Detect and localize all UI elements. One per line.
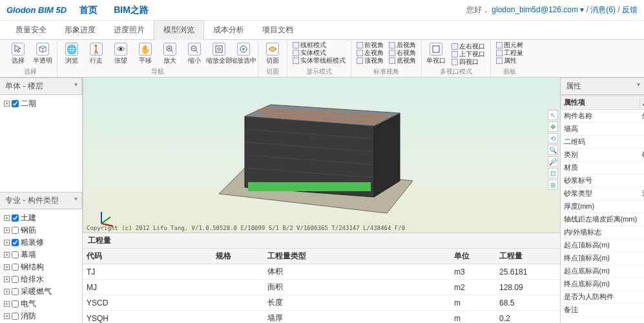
tree-item[interactable]: +给排水 xyxy=(4,273,78,286)
zoom-out-button[interactable]: 缩小 xyxy=(183,42,206,66)
tab-model-view[interactable]: 模型浏览 xyxy=(154,20,204,40)
expand-icon[interactable]: + xyxy=(4,101,10,107)
walk-button[interactable]: 🚶行走 xyxy=(85,42,108,66)
tree-item[interactable]: +土建 xyxy=(4,212,78,224)
tree-item[interactable]: +消防 xyxy=(4,310,78,322)
table-row[interactable]: 墙高3.75 xyxy=(561,123,645,136)
translucent-button[interactable]: 半透明 xyxy=(31,42,54,66)
vp-tool-6[interactable]: ⊡ xyxy=(548,168,558,178)
vp-tool-1[interactable]: ↖ xyxy=(548,110,558,120)
vp-tool-7[interactable]: ⊞ xyxy=(548,180,558,190)
type-panel-title[interactable]: 专业 - 构件类型 xyxy=(0,192,82,209)
table-row[interactable]: TJ体积m325.6181 xyxy=(83,264,560,280)
tree-item[interactable]: +粗装修 xyxy=(4,236,78,249)
floor-panel-title[interactable]: 单体 - 楼层 xyxy=(0,78,82,95)
vp-tool-4[interactable]: 🔍 xyxy=(548,145,558,155)
select-button[interactable]: 选择 xyxy=(6,42,30,66)
table-row[interactable]: 砂浆标号M5 xyxy=(561,174,645,187)
wireframe-mode[interactable]: 线框模式 xyxy=(291,41,347,49)
zoom-fit-button[interactable]: 缩放全部 xyxy=(207,42,231,66)
solid-wire-mode[interactable]: 实体带线框模式 xyxy=(291,57,347,65)
table-row[interactable]: 厚度(mm)200 xyxy=(561,200,645,213)
look-button[interactable]: 👁张望 xyxy=(109,42,132,66)
vp-tool-5[interactable]: 🔎 xyxy=(548,156,558,167)
table-row[interactable]: 备注 xyxy=(561,304,645,317)
type-checkbox[interactable] xyxy=(12,251,19,258)
panel-qty[interactable]: 工程量 xyxy=(495,49,525,57)
quad-viewport[interactable]: 四视口 xyxy=(450,58,486,66)
expand-icon[interactable]: + xyxy=(4,276,10,282)
vp1-icon xyxy=(430,43,442,56)
floor-checkbox[interactable] xyxy=(12,100,19,107)
left-view[interactable]: 左视角 xyxy=(355,49,385,57)
tree-item[interactable]: +电气 xyxy=(4,298,78,310)
table-row[interactable]: 起点顶标高(m)3.65 xyxy=(561,239,645,252)
table-row[interactable]: 构件名称外墙大孔 xyxy=(561,110,645,123)
tree-item[interactable]: +钢结构 xyxy=(4,261,78,273)
table-row[interactable]: 类别砼小型空 xyxy=(561,149,645,162)
panel-tree[interactable]: 图元树 xyxy=(495,41,525,49)
back-view[interactable]: 后视角 xyxy=(388,41,417,49)
tab-quality[interactable]: 质量安全 xyxy=(6,21,56,39)
panel-prop[interactable]: 属性 xyxy=(495,57,525,65)
table-row[interactable]: 起点底标高(m)-0.1 xyxy=(561,265,645,278)
expand-icon[interactable]: + xyxy=(4,264,10,270)
3d-viewport[interactable]: ↖ ✥ ⟲ 🔍 🔎 ⊡ ⊞ Copyright (c) 2012 Lifu Ta… xyxy=(83,78,560,233)
type-checkbox[interactable] xyxy=(12,288,19,295)
table-row[interactable]: 轴线距左墙皮距离(mm)100 xyxy=(561,213,645,226)
table-row[interactable]: 砂浆类型混合砂浆 xyxy=(561,187,645,200)
section-button[interactable]: 切面 xyxy=(261,42,284,66)
tb-viewport[interactable]: 上下视口 xyxy=(450,50,486,58)
type-checkbox[interactable] xyxy=(12,276,19,283)
type-checkbox[interactable] xyxy=(12,300,19,307)
vp-tool-2[interactable]: ✥ xyxy=(548,121,558,132)
type-checkbox[interactable] xyxy=(12,239,19,246)
nav-home[interactable]: 首页 xyxy=(79,5,98,16)
user-link[interactable]: glodon_bim5d@126.com ▾ xyxy=(492,5,584,14)
zoom-out-icon xyxy=(188,43,201,56)
bottom-view[interactable]: 底视角 xyxy=(388,57,417,65)
table-row[interactable]: 材质砌块 xyxy=(561,162,645,174)
type-checkbox[interactable] xyxy=(12,264,19,271)
zoom-sel-button[interactable]: 缩放选中 xyxy=(232,42,255,66)
tree-item[interactable]: +采暖燃气 xyxy=(4,286,78,298)
pan-button[interactable]: ✋平移 xyxy=(134,42,157,66)
type-checkbox[interactable] xyxy=(12,214,19,222)
table-row[interactable]: 终点底标高(m)-0.1 xyxy=(561,278,645,291)
right-view[interactable]: 右视角 xyxy=(388,49,417,57)
table-row[interactable]: YSQH墙厚m0.2 xyxy=(83,311,560,324)
table-row[interactable]: YSCD长度m68.5 xyxy=(83,295,560,311)
table-row[interactable]: 内/外墙标志外墙 xyxy=(561,226,645,239)
front-view[interactable]: 前视角 xyxy=(355,41,385,49)
tab-docs[interactable]: 项目文档 xyxy=(253,21,302,39)
expand-icon[interactable]: + xyxy=(4,252,10,258)
type-checkbox[interactable] xyxy=(12,313,19,320)
vp-tool-3[interactable]: ⟲ xyxy=(548,133,558,143)
browse-button[interactable]: 🌐浏览 xyxy=(60,42,83,66)
single-vp-button[interactable]: 单视口 xyxy=(424,42,448,67)
expand-icon[interactable]: + xyxy=(4,215,10,221)
tab-progress[interactable]: 形象进度 xyxy=(56,21,105,39)
expand-icon[interactable]: + xyxy=(4,240,10,245)
nav-bim-road[interactable]: BIM之路 xyxy=(114,5,149,16)
lr-viewport[interactable]: 左右视口 xyxy=(450,43,486,50)
expand-icon[interactable]: + xyxy=(4,301,10,307)
table-row[interactable]: 终点顶标高(m)3.65 xyxy=(561,252,645,265)
top-view[interactable]: 顶视角 xyxy=(355,57,385,65)
tab-photos[interactable]: 进度照片 xyxy=(105,21,154,39)
expand-icon[interactable]: + xyxy=(4,313,10,319)
zoom-in-button[interactable]: 放大 xyxy=(158,42,182,66)
solid-mode[interactable]: 实体模式 xyxy=(291,49,347,57)
table-row[interactable]: 二维码109807 xyxy=(561,136,645,149)
table-row[interactable]: MJ面积m2128.09 xyxy=(83,280,560,295)
expand-icon[interactable]: + xyxy=(4,227,10,233)
messages-link[interactable]: 消息(6) xyxy=(590,5,616,14)
tree-item[interactable]: +幕墙 xyxy=(4,249,78,261)
expand-icon[interactable]: + xyxy=(4,289,10,295)
table-row[interactable]: 是否为人防构件否 xyxy=(561,291,645,304)
tree-item[interactable]: +钢筋 xyxy=(4,224,78,236)
tree-item[interactable]: + 二期 xyxy=(4,98,78,110)
feedback-link[interactable]: 反馈 xyxy=(622,5,638,14)
type-checkbox[interactable] xyxy=(12,227,19,234)
tab-cost[interactable]: 成本分析 xyxy=(204,21,253,39)
